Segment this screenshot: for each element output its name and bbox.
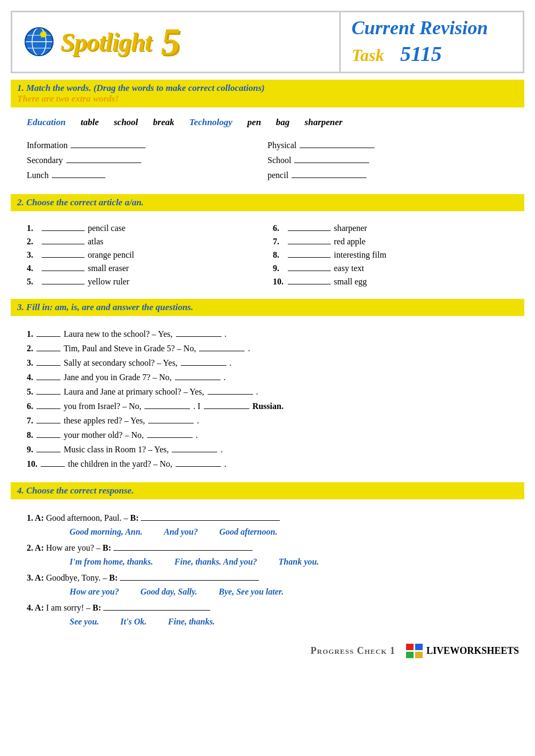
blank-school[interactable] xyxy=(294,155,369,163)
section3-title: 3. Fill in: am, is, are and answer the q… xyxy=(17,302,193,312)
fill-list: 1. Laura new to the school? – Yes, . 2. … xyxy=(11,321,524,476)
fill-row-3: 3. Sally at secondary school? – Yes, . xyxy=(27,357,508,368)
match-right: Physical School pencil xyxy=(268,135,508,184)
current-revision-title: Current Revision xyxy=(351,18,488,39)
blank-information[interactable] xyxy=(71,140,146,148)
article-col-left: 1. pencil case 2. atlas 3. orange pencil… xyxy=(27,220,262,289)
option-3b[interactable]: Good day, Sally. xyxy=(140,587,197,597)
option-4b[interactable]: It's Ok. xyxy=(120,617,147,627)
option-2a[interactable]: I'm from home, thanks. xyxy=(70,557,153,567)
word-table: table xyxy=(81,117,99,128)
match-left: Information Secondary Lunch xyxy=(27,135,268,184)
match-row-2: Secondary xyxy=(27,155,268,165)
response-row-1: 1. A: Good afternoon, Paul. – B: xyxy=(27,512,508,523)
blank-5[interactable] xyxy=(42,276,85,284)
response-options-4: See you. It's Ok. Fine, thanks. xyxy=(27,617,508,627)
fill-blank-3b[interactable] xyxy=(181,357,226,366)
article-row-6: 6. sharpener xyxy=(273,222,508,233)
word-bag: bag xyxy=(276,117,290,128)
fill-blank-4a[interactable] xyxy=(36,372,60,380)
page-footer: Progress Check 1 LIVEWORKSHEETS xyxy=(11,644,524,659)
match-row-6: pencil xyxy=(268,169,508,180)
word-pen: pen xyxy=(247,117,261,128)
fill-row-2: 2. Tim, Paul and Steve in Grade 5? – No,… xyxy=(27,343,508,353)
match-columns: Information Secondary Lunch Physical Sch… xyxy=(11,132,524,188)
task-label: Task xyxy=(351,45,384,65)
resp-blank-2[interactable] xyxy=(113,542,253,551)
fill-blank-4b[interactable] xyxy=(175,372,220,380)
blank-6[interactable] xyxy=(288,222,331,231)
fill-blank-6c[interactable] xyxy=(204,400,249,409)
spotlight-title: Spotlight xyxy=(60,27,151,57)
option-4c[interactable]: Fine, thanks. xyxy=(168,617,215,627)
article-row-1: 1. pencil case xyxy=(27,222,262,233)
fill-row-8: 8. your mother old? – No, . xyxy=(27,429,508,440)
fill-row-10: 10. the children in the yard? – No, . xyxy=(27,458,508,469)
match-row-5: School xyxy=(268,155,508,165)
fill-blank-7b[interactable] xyxy=(148,415,194,423)
response-options-1: Good morning, Ann. And you? Good afterno… xyxy=(27,527,508,537)
fill-blank-10a[interactable] xyxy=(41,458,65,467)
option-1b[interactable]: And you? xyxy=(164,527,198,537)
fill-row-4: 4. Jane and you in Grade 7? – No, . xyxy=(27,372,508,382)
section1-extra: There are two extra words! xyxy=(17,94,518,104)
liveworksheets-logo: LIVEWORKSHEETS xyxy=(406,644,519,659)
blank-lunch[interactable] xyxy=(52,169,105,178)
blank-pencil[interactable] xyxy=(292,169,366,178)
blank-7[interactable] xyxy=(288,236,331,244)
word-sharpener: sharpener xyxy=(304,117,342,128)
fill-blank-10b[interactable] xyxy=(175,458,221,467)
option-2c[interactable]: Thank you. xyxy=(279,557,319,567)
fill-row-1: 1. Laura new to the school? – Yes, . xyxy=(27,328,508,339)
blank-4[interactable] xyxy=(42,263,85,271)
blank-secondary[interactable] xyxy=(66,155,141,163)
blank-3[interactable] xyxy=(42,249,85,258)
fill-blank-1a[interactable] xyxy=(36,328,60,337)
task-number: 5115 xyxy=(400,41,442,66)
fill-blank-7a[interactable] xyxy=(36,415,60,423)
option-2b[interactable]: Fine, thanks. And you? xyxy=(174,557,257,567)
response-row-3: 3. A: Goodbye, Tony. – B: xyxy=(27,572,508,583)
fill-blank-2b[interactable] xyxy=(199,343,244,351)
section3-header: 3. Fill in: am, is, are and answer the q… xyxy=(11,299,524,316)
fill-blank-8b[interactable] xyxy=(147,429,193,438)
fill-blank-9b[interactable] xyxy=(172,444,217,452)
fill-blank-3a[interactable] xyxy=(36,357,60,366)
blank-9[interactable] xyxy=(288,263,331,271)
blank-8[interactable] xyxy=(288,249,331,258)
fill-blank-6a[interactable] xyxy=(36,400,60,409)
header-left: Spotlight 5 xyxy=(12,12,341,72)
blank-physical[interactable] xyxy=(300,140,374,148)
word-break: break xyxy=(153,117,174,128)
option-1c[interactable]: Good afternoon. xyxy=(219,527,277,537)
fill-blank-2a[interactable] xyxy=(36,343,60,351)
blank-1[interactable] xyxy=(42,222,85,231)
option-4a[interactable]: See you. xyxy=(70,617,99,627)
section4-title: 4. Choose the correct response. xyxy=(17,485,134,496)
blank-10[interactable] xyxy=(288,276,331,284)
fill-blank-6b[interactable] xyxy=(144,400,190,409)
lw-logo-icon xyxy=(406,644,423,659)
section1-title: 1. Match the words. (Drag the words to m… xyxy=(17,83,265,93)
fill-row-9: 9. Music class in Room 1? – Yes, . xyxy=(27,444,508,454)
article-row-8: 8. interesting film xyxy=(273,249,508,260)
fill-blank-8a[interactable] xyxy=(36,429,60,438)
fill-blank-1b[interactable] xyxy=(176,328,221,337)
fill-blank-5b[interactable] xyxy=(208,386,253,395)
resp-blank-1[interactable] xyxy=(141,512,280,521)
option-3c[interactable]: Bye, See you later. xyxy=(219,587,284,597)
blank-2[interactable] xyxy=(42,236,85,244)
spotlight-logo: Spotlight 5 xyxy=(23,20,180,64)
fill-row-5: 5. Laura and Jane at primary school? – Y… xyxy=(27,386,508,397)
fill-blank-5a[interactable] xyxy=(36,386,60,395)
option-3a[interactable]: How are you? xyxy=(70,587,119,597)
spotlight-number: 5 xyxy=(161,20,180,64)
option-1a[interactable]: Good morning, Ann. xyxy=(70,527,142,537)
lw-cell-red xyxy=(406,644,414,650)
resp-blank-3[interactable] xyxy=(120,572,259,581)
resp-blank-4[interactable] xyxy=(103,602,210,611)
fill-blank-9a[interactable] xyxy=(36,444,60,452)
response-section: 1. A: Good afternoon, Paul. – B: Good mo… xyxy=(11,505,524,635)
word-bank: Education table school break Technology … xyxy=(11,113,524,132)
response-row-4: 4. A: I am sorry! – B: xyxy=(27,602,508,613)
